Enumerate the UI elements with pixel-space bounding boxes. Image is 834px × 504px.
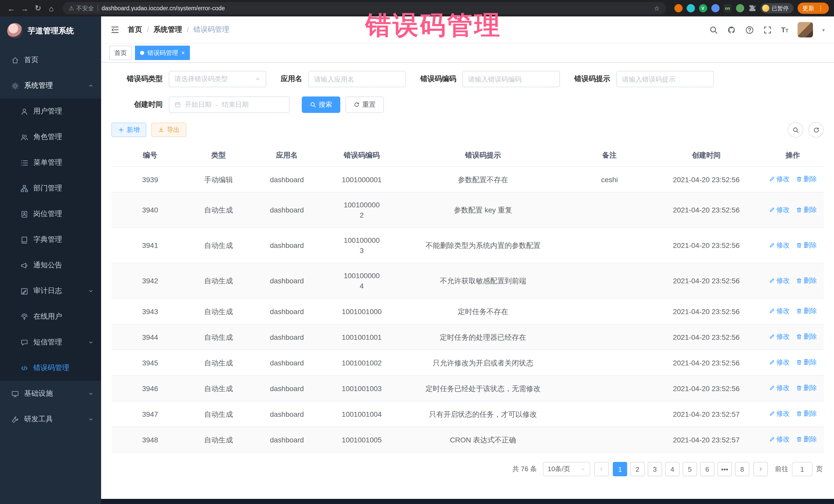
browser-reload-icon[interactable]: ↻ (32, 2, 44, 14)
omnibox-divider (97, 5, 98, 11)
chrome-update-button[interactable]: 更新 ⋮ (797, 3, 829, 14)
pagination-page-1[interactable]: 1 (613, 462, 627, 476)
sidebar-item-code[interactable]: 错误码管理 (0, 355, 101, 381)
edit-link[interactable]: 修改 (769, 174, 790, 184)
search-icon[interactable] (709, 25, 718, 34)
edit-link[interactable]: 修改 (769, 434, 790, 444)
delete-link[interactable]: 删除 (796, 204, 817, 215)
cell-type: 自动生成 (189, 192, 248, 227)
browser-forward-icon[interactable]: → (19, 2, 31, 14)
delete-link[interactable]: 删除 (796, 332, 817, 342)
bookmark-star-icon[interactable]: ☆ (654, 4, 660, 12)
pagination-page-8[interactable]: 8 (735, 462, 749, 476)
next-page-button[interactable] (753, 462, 768, 476)
reset-button[interactable]: 重置 (345, 96, 384, 113)
sidebar-item-org-tree[interactable]: 部门管理 (0, 176, 101, 201)
user-avatar[interactable] (797, 22, 813, 38)
breadcrumb-item[interactable]: 首页 (128, 25, 142, 35)
sidebar-item-infra[interactable]: 基础设施 (0, 381, 101, 407)
pagination-page-4[interactable]: 4 (665, 462, 680, 476)
app-name-input[interactable] (308, 71, 406, 87)
delete-link[interactable]: 删除 (796, 434, 817, 444)
sidebar-item-menu-list[interactable]: 菜单管理 (0, 150, 101, 176)
sidebar-item-edit-log[interactable]: 审计日志 (0, 278, 101, 304)
edit-link[interactable]: 修改 (769, 306, 790, 316)
tab-home[interactable]: 首页 (109, 46, 132, 60)
edit-link[interactable]: 修改 (769, 275, 790, 286)
cell-time: 2021-04-20 23:52:56 (651, 324, 762, 350)
cell-code: 1001001003 (326, 375, 398, 401)
green-extension-icon[interactable] (736, 4, 744, 12)
edit-link[interactable]: 修改 (769, 409, 790, 419)
sidebar-item-user[interactable]: 用户管理 (0, 98, 101, 124)
page-size-select[interactable]: 10条/页 (543, 462, 590, 476)
edit-link[interactable]: 修改 (769, 240, 790, 250)
delete-link[interactable]: 删除 (796, 357, 817, 368)
error-code-label: 错误码编码 (420, 74, 456, 84)
error-code-table: 编号类型应用名错误码编码错误码提示备注创建时间操作 3939手动编辑dashbo… (111, 145, 824, 453)
pagination-page-2[interactable]: 2 (630, 462, 644, 476)
breadcrumb-item[interactable]: 系统管理 (153, 25, 182, 35)
sidebar-item-users[interactable]: 角色管理 (0, 124, 101, 150)
pagination-page-6[interactable]: 6 (700, 462, 715, 476)
security-warning[interactable]: ⚠ 不安全 (69, 4, 94, 12)
sidebar-item-message[interactable]: 短信管理 (0, 329, 101, 355)
help-icon[interactable] (745, 25, 754, 34)
delete-link[interactable]: 删除 (796, 383, 817, 393)
address-bar[interactable]: ⚠ 不安全 dashboard.yudao.iocoder.cn/system/… (63, 2, 666, 14)
edit-link[interactable]: 修改 (769, 332, 790, 342)
edit-link[interactable]: 修改 (769, 383, 790, 393)
teal-extension-icon[interactable] (686, 4, 695, 12)
column-header: 备注 (568, 145, 651, 167)
sidebar-item-tool[interactable]: 研发工具 (0, 407, 101, 432)
error-type-select[interactable]: 请选择错误码类型 (169, 71, 266, 87)
pagination-more-button[interactable]: ••• (718, 462, 732, 476)
blue-extension-icon[interactable] (711, 4, 719, 12)
sidebar-item-megaphone[interactable]: 通知公告 (0, 253, 101, 278)
caret-down-icon[interactable]: ▾ (822, 27, 825, 32)
tampermonkey-on-icon[interactable]: on (723, 4, 731, 12)
github-icon[interactable] (727, 25, 736, 34)
add-button[interactable]: 新增 (111, 123, 146, 137)
browser-back-icon[interactable]: ← (5, 2, 18, 14)
pagination-page-5[interactable]: 5 (683, 462, 697, 476)
delete-link[interactable]: 删除 (796, 306, 817, 316)
prev-page-button[interactable] (594, 462, 609, 476)
delete-link[interactable]: 删除 (796, 275, 817, 286)
browser-home-icon[interactable]: ⌂ (45, 2, 58, 14)
search-button[interactable]: 搜索 (302, 96, 340, 113)
sidebar-item-gear[interactable]: 系统管理 (0, 73, 101, 98)
paused-badge[interactable]: 已暂停 (760, 3, 793, 13)
app-logo[interactable]: 芋道管理系统 (0, 17, 101, 45)
export-button[interactable]: 导出 (151, 123, 186, 137)
green-v-extension-icon[interactable]: V (699, 4, 707, 12)
delete-link[interactable]: 删除 (796, 240, 817, 250)
paused-badge-label: 已暂停 (772, 4, 789, 12)
sidebar-item-home[interactable]: 首页 (0, 47, 101, 73)
delete-link[interactable]: 删除 (796, 174, 817, 184)
goto-page-input[interactable] (792, 462, 812, 476)
create-time-range-picker[interactable]: 开始日期 - 结束日期 (169, 96, 289, 113)
sidebar-item-id-badge[interactable]: 岗位管理 (0, 201, 101, 227)
url-text: dashboard.yudao.iocoder.cn/system/error-… (102, 5, 225, 11)
column-header: 创建时间 (651, 145, 762, 167)
sidebar-item-book[interactable]: 字典管理 (0, 227, 101, 253)
table-refresh-button[interactable] (808, 122, 824, 137)
cell-code: 100100000 3 (326, 227, 398, 263)
error-code-input[interactable] (462, 71, 560, 87)
delete-link[interactable]: 删除 (796, 409, 817, 419)
edit-link[interactable]: 修改 (769, 204, 790, 215)
error-msg-input[interactable] (616, 71, 714, 87)
pagination-page-3[interactable]: 3 (648, 462, 662, 476)
sidebar-item-online-users[interactable]: 在线用户 (0, 304, 101, 329)
extensions-puzzle-icon[interactable] (748, 4, 756, 12)
tab-close-icon[interactable]: × (181, 50, 185, 56)
orange-extension-icon[interactable] (674, 4, 682, 12)
fullscreen-icon[interactable] (763, 25, 772, 34)
kebab-menu-icon[interactable]: ⋮ (818, 5, 824, 12)
tab-error-code[interactable]: 错误码管理 × (135, 46, 190, 60)
font-size-icon[interactable]: TT (781, 26, 788, 34)
edit-link[interactable]: 修改 (769, 357, 790, 368)
sidebar-collapse-icon[interactable] (110, 25, 119, 35)
table-search-button[interactable] (788, 122, 803, 137)
